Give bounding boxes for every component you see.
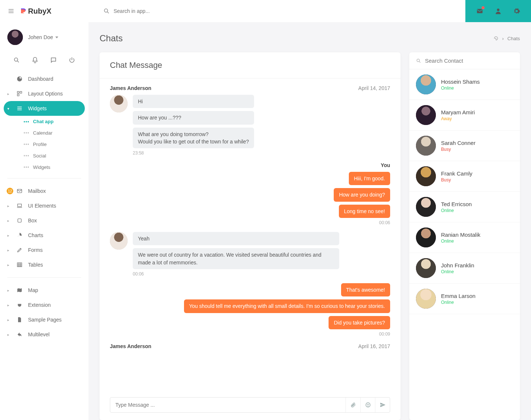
dashboard-icon [16, 76, 23, 82]
send-icon[interactable] [375, 398, 390, 412]
menu-toggle-icon[interactable] [7, 7, 15, 15]
content-body: Chat Message James AndersonApril 14, 201… [100, 52, 520, 420]
nav-sub-profile[interactable]: •••Profile [19, 139, 85, 150]
contact-item[interactable]: John FranklinOnline [409, 253, 520, 284]
message-avatar [110, 232, 128, 250]
nav-sub-widgets[interactable]: •••Widgets [19, 162, 85, 173]
contact-item[interactable]: Ranian MostalikOnline [409, 222, 520, 253]
laptop-icon [16, 203, 23, 209]
topbar-actions [465, 0, 531, 22]
user-block[interactable]: Johen Doe [0, 22, 88, 52]
message-group: That's awesome!You should tell me everyt… [110, 283, 390, 337]
contact-info: Emma LarsonOnline [441, 293, 475, 305]
message-bubble: That's awesome! [341, 283, 390, 296]
message-sender: James Anderson [110, 343, 151, 349]
nav-layout[interactable]: ▸ Layout Options [4, 86, 85, 101]
nav-mailbox[interactable]: 12 Mailbox [4, 184, 85, 198]
contacts-search[interactable] [409, 52, 520, 69]
nav-sub-calendar[interactable]: •••Calendar [19, 127, 85, 139]
file-icon [16, 317, 23, 323]
nav-multilevel-label: Multilevel [28, 332, 49, 337]
nav-box[interactable]: ▸ Box [4, 213, 85, 228]
nav-extension[interactable]: ▸ Extension [4, 298, 85, 312]
bubble-stack: That's awesome!You should tell me everyt… [184, 283, 390, 329]
contacts-search-input[interactable] [425, 58, 513, 64]
emoji-icon[interactable] [360, 398, 375, 412]
global-search-input[interactable] [114, 8, 224, 14]
topbar-user-icon[interactable] [494, 7, 502, 15]
messages-scroll[interactable]: James AndersonApril 14, 2017HiHow are yo… [100, 79, 400, 391]
message-avatar [110, 95, 128, 112]
quick-bell-icon[interactable] [31, 56, 39, 64]
quick-chat-icon[interactable] [49, 56, 58, 64]
contact-item[interactable]: Emma LarsonOnline [409, 284, 520, 314]
breadcrumb-home-icon[interactable] [493, 36, 499, 41]
nav-multilevel[interactable]: ▸ Multilevel [4, 327, 85, 342]
contact-status: Online [441, 269, 474, 274]
compose-icons [346, 398, 390, 412]
contact-status: Online [441, 208, 472, 213]
chevron-right-icon: ▸ [7, 233, 9, 237]
brand-logo[interactable]: RubyX [20, 7, 51, 15]
chevron-down-icon: ▾ [7, 107, 9, 111]
nav-tables[interactable]: ▸ Tables [4, 257, 85, 272]
nav-extension-label: Extension [28, 302, 51, 308]
attach-icon[interactable] [346, 398, 360, 412]
quick-icons [0, 52, 88, 72]
nav-charts[interactable]: ▸ Charts [4, 228, 85, 243]
contact-avatar [416, 289, 436, 309]
quick-power-icon[interactable] [68, 56, 76, 64]
contact-item[interactable]: Maryam AmiriAway [409, 100, 520, 131]
contact-item[interactable]: Sarah ConnerBusy [409, 131, 520, 161]
nav-sample[interactable]: ▸ Sample Pages [4, 312, 85, 327]
message-group-header: James AndersonApril 14, 2017 [110, 85, 390, 91]
nav-map[interactable]: ▸ Map [4, 283, 85, 298]
chevron-right-icon: ▸ [7, 219, 9, 223]
chevron-right-icon: ▸ [7, 288, 9, 292]
nav-charts-label: Charts [28, 232, 43, 238]
message-date: April 14, 2017 [358, 85, 390, 91]
contact-item[interactable]: Ted ErricsonOnline [409, 192, 520, 222]
nav-ui-label: UI Elements [28, 203, 56, 209]
nav-widgets-sub: •••Chat app •••Calendar •••Profile •••So… [4, 116, 85, 173]
search-icon [416, 58, 421, 64]
nav-dashboard[interactable]: Dashboard [4, 72, 85, 86]
tables-icon [16, 262, 23, 268]
page-title: Chats [100, 33, 123, 44]
svg-rect-6 [18, 219, 21, 222]
quick-search-icon[interactable] [13, 56, 21, 64]
compose [100, 391, 400, 420]
nav-divider [7, 277, 81, 278]
contact-avatar [416, 197, 436, 217]
message-group: YouHiii, I'm good.How are you doing?Long… [110, 162, 390, 225]
contact-item[interactable]: Hossein ShamsOnline [409, 69, 520, 100]
contact-avatar [416, 136, 436, 156]
ellipsis-icon: ••• [24, 119, 30, 124]
contact-item[interactable]: Frank CamlyBusy [409, 161, 520, 192]
compose-input[interactable] [110, 398, 346, 412]
box-icon [16, 218, 23, 223]
topbar-mail-icon[interactable] [476, 7, 484, 15]
charts-icon [16, 232, 23, 238]
message-group-header: James AndersonApril 16, 2017 [110, 343, 390, 349]
topbar-gear-icon[interactable] [513, 7, 521, 15]
breadcrumb: › Chats [493, 36, 520, 41]
bubble-stack: YeahWe were out of country for a vacatio… [133, 232, 339, 269]
nav-widgets[interactable]: ▾ Widgets [4, 101, 85, 116]
message-bubble: Hi [133, 95, 254, 108]
nav-forms[interactable]: ▸ Forms [4, 243, 85, 257]
message-sender: James Anderson [110, 85, 151, 91]
chevron-right-icon: ▸ [7, 248, 9, 252]
contact-name: Ranian Mostalik [441, 232, 480, 238]
nav-sub-social[interactable]: •••Social [19, 150, 85, 162]
content: Chats › Chats Chat Message James Anderso… [88, 22, 531, 420]
widgets-icon [16, 105, 23, 111]
contact-list[interactable]: Hossein ShamsOnlineMaryam AmiriAwaySarah… [409, 69, 520, 420]
user-name-dropdown[interactable]: Johen Doe [28, 34, 58, 40]
nav-ui[interactable]: ▸ UI Elements [4, 198, 85, 213]
svg-point-11 [366, 403, 370, 407]
contact-info: Maryam AmiriAway [441, 109, 475, 121]
nav-sub-chat[interactable]: •••Chat app [19, 116, 85, 127]
message-group: James AndersonApril 16, 2017 [110, 343, 390, 349]
global-search[interactable] [88, 8, 461, 14]
